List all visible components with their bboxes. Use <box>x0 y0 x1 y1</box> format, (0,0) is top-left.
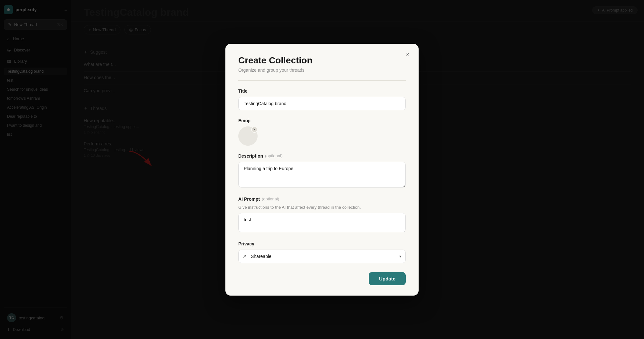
update-button[interactable]: Update <box>369 272 406 285</box>
ai-prompt-label: AI Prompt (optional) <box>238 197 406 202</box>
ai-prompt-info-text: Give instructions to the AI that affect … <box>238 205 406 210</box>
description-optional-text: (optional) <box>265 153 282 158</box>
privacy-form-group: Privacy ↗ Shareable Private Public ▾ <box>238 241 406 263</box>
modal-footer: Update <box>238 272 406 285</box>
emoji-label-text: Emoji <box>238 118 251 123</box>
modal-subtitle: Organize and group your threads <box>238 68 406 73</box>
create-collection-modal: × Create Collection Organize and group y… <box>225 44 419 296</box>
modal-divider <box>238 80 406 81</box>
modal-close-button[interactable]: × <box>403 50 412 59</box>
description-form-group: Description (optional) <box>238 153 406 189</box>
description-label: Description (optional) <box>238 153 406 159</box>
modal-title: Create Collection <box>238 55 406 66</box>
title-label-text: Title <box>238 88 248 94</box>
emoji-picker-button[interactable]: ✕ <box>238 126 258 146</box>
ai-prompt-label-text: AI Prompt <box>238 197 260 202</box>
title-label: Title <box>238 88 406 94</box>
emoji-label: Emoji <box>238 118 406 123</box>
ai-prompt-textarea[interactable] <box>238 213 406 232</box>
ai-prompt-form-group: AI Prompt (optional) Give instructions t… <box>238 197 406 234</box>
privacy-label-text: Privacy <box>238 241 254 246</box>
ai-prompt-optional-text: (optional) <box>262 197 279 201</box>
emoji-form-group: Emoji ✕ <box>238 118 406 146</box>
privacy-select-wrapper: ↗ Shareable Private Public ▾ <box>238 250 406 263</box>
emoji-clear-button[interactable]: ✕ <box>251 126 258 133</box>
description-textarea[interactable] <box>238 162 406 188</box>
title-input[interactable] <box>238 97 406 110</box>
title-form-group: Title <box>238 88 406 110</box>
description-label-text: Description <box>238 153 263 159</box>
privacy-select[interactable]: Shareable Private Public <box>238 250 406 263</box>
modal-overlay[interactable]: × Create Collection Organize and group y… <box>0 0 644 339</box>
privacy-label: Privacy <box>238 241 406 246</box>
